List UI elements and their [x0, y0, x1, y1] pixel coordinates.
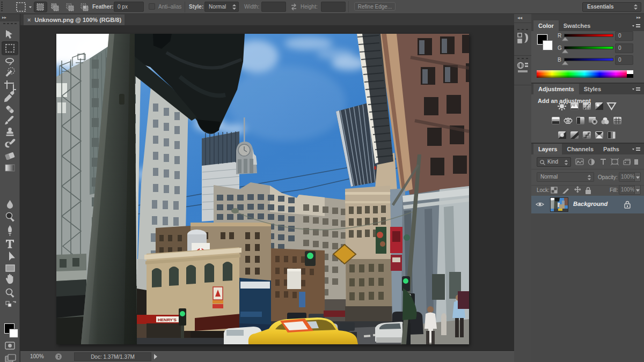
svg-text:HENRY'S: HENRY'S — [158, 317, 177, 322]
